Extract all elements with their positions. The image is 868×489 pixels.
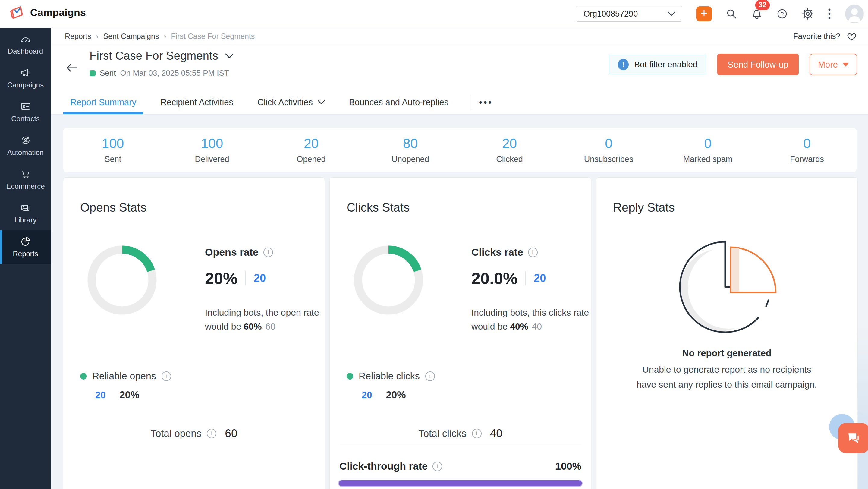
- tab-click-activities[interactable]: Click Activities: [250, 90, 332, 114]
- stat-value[interactable]: 0: [658, 136, 757, 151]
- more-button-label: More: [818, 60, 838, 70]
- title-chevron-down-icon[interactable]: [225, 53, 234, 59]
- sent-date: On Mar 03, 2025 05:55 PM IST: [120, 68, 229, 78]
- opens-stats-card: Opens Stats Opens rate i 20% 20: [63, 177, 325, 489]
- opens-rate-count[interactable]: 20: [254, 272, 266, 284]
- clicks-rate-block: Clicks rate i 20.0% 20 Including bots, t…: [471, 246, 598, 333]
- tabs-overflow-menu[interactable]: •••: [471, 90, 501, 114]
- ctr-label: Click-through rate: [339, 460, 428, 472]
- opens-bots-note: Including bots, the open rate would be 6…: [205, 306, 332, 333]
- stat-label: Clicked: [460, 155, 559, 164]
- sidebar-item-library[interactable]: Library: [0, 196, 51, 230]
- clicks-rate-count[interactable]: 20: [534, 272, 546, 284]
- click-through-rate-row: Click-through rate i 100%: [339, 460, 581, 472]
- divider: [245, 271, 246, 285]
- megaphone-icon: [20, 67, 31, 78]
- stat-label: Marked spam: [658, 155, 757, 164]
- stat-clicked: 20Clicked: [460, 128, 559, 172]
- stat-marked-spam: 0Marked spam: [658, 128, 757, 172]
- more-button[interactable]: More: [809, 54, 857, 75]
- info-icon[interactable]: i: [528, 247, 538, 257]
- back-arrow-icon[interactable]: [65, 63, 78, 73]
- heart-icon[interactable]: [846, 32, 857, 41]
- stat-value[interactable]: 100: [63, 136, 162, 151]
- stat-label: Forwards: [757, 155, 857, 164]
- breadcrumb-separator: ›: [96, 32, 98, 41]
- total-clicks-label: Total clicks: [418, 428, 467, 439]
- breadcrumb-bar: Reports › Sent Campaigns › First Case Fo…: [51, 28, 868, 45]
- favorite-control[interactable]: Favorite this?: [793, 32, 857, 41]
- sidebar-item-label: Library: [14, 216, 36, 224]
- opens-rate-label: Opens rate: [205, 246, 258, 258]
- tab-report-summary[interactable]: Report Summary: [63, 90, 144, 114]
- sidebar-item-automation[interactable]: Automation: [0, 129, 51, 163]
- reply-stats-card: Reply Stats: [596, 177, 858, 489]
- chat-widget-button[interactable]: [838, 423, 868, 453]
- page-title: First Case For Segments: [90, 50, 218, 62]
- stat-value[interactable]: 80: [361, 136, 460, 151]
- clicks-donut-chart: [348, 239, 429, 321]
- status-badge: Sent: [100, 68, 116, 78]
- sidebar: Dashboard Campaigns Contacts Automation …: [0, 28, 51, 489]
- tab-bounces-auto-replies[interactable]: Bounces and Auto-replies: [342, 90, 456, 114]
- stat-label: Sent: [63, 155, 162, 164]
- stat-value[interactable]: 100: [162, 136, 261, 151]
- search-icon[interactable]: [726, 8, 737, 20]
- topbar: Campaigns Org100857290 + 32 ?: [0, 0, 868, 28]
- reliable-clicks-count[interactable]: 20: [362, 390, 372, 401]
- ctr-value: 100%: [555, 460, 581, 472]
- stat-label: Unsubscribes: [559, 155, 658, 164]
- info-icon[interactable]: i: [425, 371, 435, 381]
- notifications-bell-icon[interactable]: 32: [751, 8, 763, 20]
- stat-value[interactable]: 0: [757, 136, 857, 151]
- info-icon[interactable]: i: [161, 371, 171, 381]
- sidebar-item-dashboard[interactable]: Dashboard: [0, 28, 51, 61]
- brand[interactable]: Campaigns: [8, 4, 86, 21]
- info-icon[interactable]: i: [433, 462, 442, 471]
- stat-value[interactable]: 20: [460, 136, 559, 151]
- svg-text:?: ?: [781, 11, 784, 17]
- main-area: Reports › Sent Campaigns › First Case Fo…: [51, 28, 868, 489]
- legend-dot-icon: [80, 373, 87, 379]
- card-title: Opens Stats: [80, 201, 147, 214]
- user-avatar[interactable]: [845, 4, 864, 23]
- info-alert-icon: !: [618, 59, 629, 70]
- legend-dot-icon: [347, 373, 353, 379]
- no-report-message: Unable to generate report as no recipien…: [635, 362, 818, 392]
- breadcrumb-separator: ›: [164, 32, 166, 41]
- reliable-opens-count[interactable]: 20: [95, 390, 105, 401]
- help-icon[interactable]: ?: [776, 8, 788, 20]
- bot-filter-chip[interactable]: ! Bot filter enabled: [609, 55, 707, 74]
- total-opens-row: Total opens i 60: [63, 427, 324, 440]
- opens-donut-chart: [82, 239, 163, 321]
- sidebar-item-ecommerce[interactable]: Ecommerce: [0, 163, 51, 196]
- stat-value[interactable]: 20: [261, 136, 361, 151]
- sidebar-item-campaigns[interactable]: Campaigns: [0, 61, 51, 95]
- info-icon[interactable]: i: [264, 247, 273, 257]
- divider: [525, 271, 526, 285]
- stat-forwards: 0Forwards: [757, 128, 857, 172]
- create-new-button[interactable]: +: [696, 6, 712, 22]
- ctr-progress-bar: [338, 480, 583, 487]
- breadcrumb-sent-campaigns[interactable]: Sent Campaigns: [103, 32, 159, 41]
- org-selector[interactable]: Org100857290: [576, 6, 682, 22]
- settings-gear-icon[interactable]: [802, 8, 814, 20]
- stat-unsubscribes: 0Unsubscribes: [559, 128, 658, 172]
- title-block: First Case For Segments Sent On Mar 03, …: [90, 50, 234, 78]
- chat-bubble-icon: [846, 431, 862, 445]
- tab-recipient-activities[interactable]: Recipient Activities: [153, 90, 241, 114]
- notification-count-badge: 32: [755, 0, 770, 10]
- info-icon[interactable]: i: [472, 429, 482, 438]
- stat-label: Delivered: [162, 155, 261, 164]
- report-tabs: Report Summary Recipient Activities Clic…: [51, 90, 868, 115]
- bot-filter-label: Bot filter enabled: [634, 60, 698, 69]
- send-followup-button[interactable]: Send Follow-up: [717, 54, 799, 75]
- card-title: Clicks Stats: [347, 201, 410, 214]
- sidebar-item-contacts[interactable]: Contacts: [0, 95, 51, 129]
- stat-value[interactable]: 0: [559, 136, 658, 151]
- info-icon[interactable]: i: [207, 429, 216, 438]
- stat-label: Unopened: [361, 155, 460, 164]
- more-options-dots-icon[interactable]: [828, 7, 831, 21]
- breadcrumb-reports[interactable]: Reports: [65, 32, 91, 41]
- sidebar-item-reports[interactable]: Reports: [0, 230, 51, 264]
